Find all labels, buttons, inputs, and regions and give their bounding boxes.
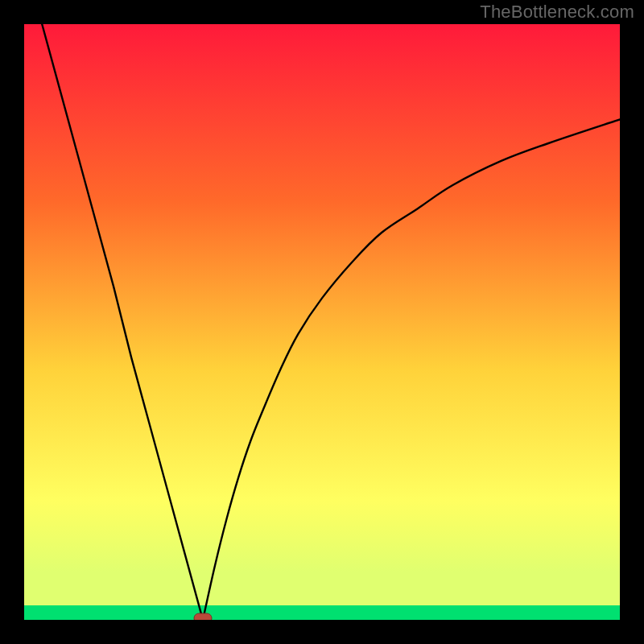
chart-frame: TheBottleneck.com xyxy=(0,0,644,644)
bottleneck-chart xyxy=(24,24,620,620)
green-baseline-strip xyxy=(24,605,620,620)
gradient-background xyxy=(24,24,620,620)
watermark-text: TheBottleneck.com xyxy=(480,2,634,23)
plot-area xyxy=(24,24,620,620)
minimum-marker xyxy=(194,613,212,620)
